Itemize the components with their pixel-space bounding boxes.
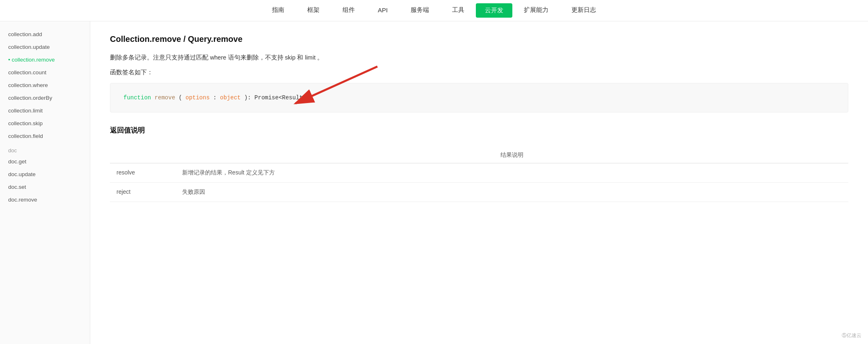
table-cell-reject-key: reject <box>110 183 176 202</box>
table-cell-resolve-value: 新增记录的结果，Result 定义见下方 <box>176 163 848 183</box>
sidebar-item-doc-update[interactable]: doc.update <box>0 168 90 181</box>
code-paren-close: ): Promise<Result> <box>244 94 306 101</box>
sidebar: collection.add collection.update collect… <box>0 21 90 344</box>
signature-subtitle: 函数签名如下： <box>110 69 848 76</box>
sidebar-item-collection-orderby[interactable]: collection.orderBy <box>0 92 90 104</box>
nav-item-changelog[interactable]: 更新日志 <box>560 0 608 21</box>
footer-logo: ⑤亿速云 <box>842 332 861 339</box>
nav-items: 指南 框架 组件 API 服务端 工具 云开发 扩展能力 更新日志 <box>260 0 608 21</box>
sidebar-item-collection-update[interactable]: collection.update <box>0 41 90 53</box>
nav-item-server[interactable]: 服务端 <box>399 0 441 21</box>
code-param-name: options <box>185 94 210 101</box>
sidebar-item-collection-remove[interactable]: collection.remove <box>0 53 90 66</box>
sidebar-item-collection-count[interactable]: collection.count <box>0 66 90 79</box>
page-description: 删除多条记录。注意只支持通过匹配 where 语句来删除，不支持 skip 和 … <box>110 52 848 63</box>
table-cell-reject-value: 失败原因 <box>176 183 848 202</box>
nav-item-framework[interactable]: 框架 <box>296 0 331 21</box>
sidebar-item-doc-get[interactable]: doc.get <box>0 155 90 168</box>
table-header-col1 <box>110 147 176 163</box>
result-table: 结果说明 resolve 新增记录的结果，Result 定义见下方 reject… <box>110 147 848 202</box>
table-row-resolve: resolve 新增记录的结果，Result 定义见下方 <box>110 163 848 183</box>
page-layout: collection.add collection.update collect… <box>0 21 868 344</box>
code-paren-open: ( <box>178 94 182 101</box>
sidebar-item-collection-limit[interactable]: collection.limit <box>0 104 90 117</box>
nav-item-cloud[interactable]: 云开发 <box>476 3 512 18</box>
return-section-heading: 返回值说明 <box>110 126 848 139</box>
nav-item-extend[interactable]: 扩展能力 <box>512 0 560 21</box>
top-navigation: 指南 框架 组件 API 服务端 工具 云开发 扩展能力 更新日志 <box>0 0 868 21</box>
table-header-result: 结果说明 <box>176 147 848 163</box>
table-cell-resolve-key: resolve <box>110 163 176 183</box>
nav-item-components[interactable]: 组件 <box>331 0 366 21</box>
sidebar-item-doc-set[interactable]: doc.set <box>0 181 90 193</box>
code-func-name: remove <box>155 94 175 101</box>
main-content: Collection.remove / Query.remove 删除多条记录。… <box>90 21 868 344</box>
sidebar-item-collection-add[interactable]: collection.add <box>0 28 90 41</box>
code-keyword-function: function <box>123 94 151 101</box>
nav-item-guide[interactable]: 指南 <box>260 0 296 21</box>
nav-item-tools[interactable]: 工具 <box>441 0 476 21</box>
sidebar-item-collection-skip[interactable]: collection.skip <box>0 117 90 130</box>
sidebar-item-collection-where[interactable]: collection.where <box>0 79 90 92</box>
page-title: Collection.remove / Query.remove <box>110 34 848 44</box>
code-block: function remove ( options : object ): Pr… <box>110 83 848 112</box>
sidebar-item-doc-remove[interactable]: doc.remove <box>0 193 90 206</box>
code-colon: : <box>213 94 220 101</box>
sidebar-section-doc: doc <box>0 142 90 155</box>
sidebar-item-collection-field[interactable]: collection.field <box>0 130 90 142</box>
table-row-reject: reject 失败原因 <box>110 183 848 202</box>
nav-item-api[interactable]: API <box>366 1 399 20</box>
code-type-object: object <box>220 94 240 101</box>
